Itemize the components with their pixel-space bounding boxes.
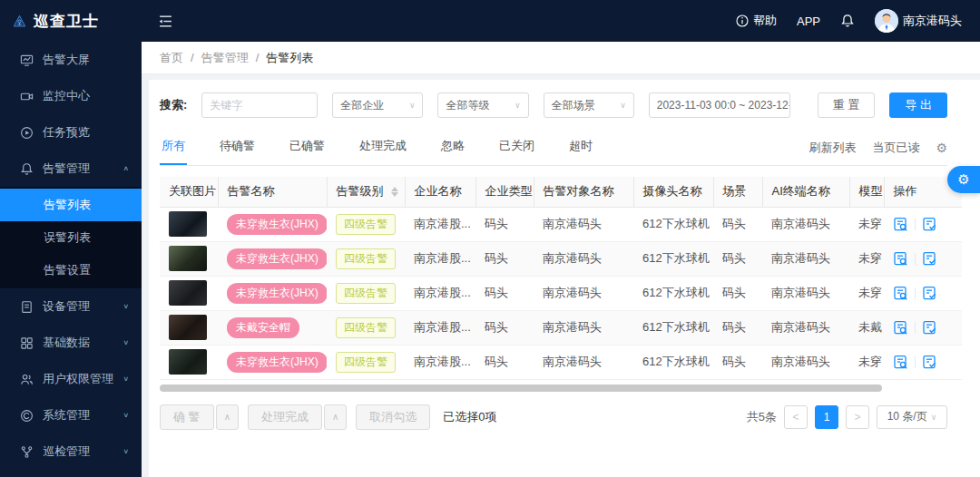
level-select[interactable]: 全部等级 ∨	[437, 92, 528, 118]
scene-select[interactable]: 全部场景 ∨	[544, 92, 634, 118]
alarm-thumbnail[interactable]	[169, 349, 207, 375]
mark-page-read-link[interactable]: 当页已读	[872, 140, 919, 156]
company-select[interactable]: 全部企业 ∨	[332, 92, 423, 118]
breadcrumb-alarm-management[interactable]: 告警管理	[201, 50, 249, 66]
table-row[interactable]: 未穿救生衣(JHX) 四级告警 南京港股... 码头 南京港码头 612下水球机…	[160, 276, 962, 310]
main-area: 帮助 APP	[142, 0, 980, 477]
gear-icon: ⚙	[957, 171, 969, 188]
date-range-picker[interactable]: 2023-11-03 00:0 ~ 2023-12-03 23:5	[649, 92, 790, 118]
tab-processed[interactable]: 处理完成	[358, 131, 408, 165]
sidebar-subitem-alarm-list[interactable]: 告警列表	[0, 189, 142, 221]
alarm-thumbnail[interactable]	[169, 315, 207, 340]
sidebar-subitem-false-alarm-list[interactable]: 误警列表	[0, 221, 142, 254]
alarm-name-badge: 未穿救生衣(JHX)	[227, 214, 327, 235]
help-label: 帮助	[753, 13, 777, 29]
alarm-thumbnail[interactable]	[169, 280, 207, 306]
page-number-current[interactable]: 1	[815, 405, 838, 429]
sidebar-item-user-permissions[interactable]: 用户权限管理 ∨	[0, 361, 142, 397]
prev-page-button[interactable]: <	[784, 405, 808, 429]
column-settings-gear-icon[interactable]: ⚙	[936, 141, 947, 155]
table-row[interactable]: 未穿救生衣(JHX) 四级告警 南京港股... 码头 南京港码头 612下水球机…	[160, 241, 962, 276]
refresh-list-link[interactable]: 刷新列表	[808, 140, 856, 156]
sidebar-item-monitor-center[interactable]: 监控中心	[0, 78, 142, 114]
col-header-alarm-level[interactable]: 告警级别	[327, 177, 405, 207]
sidebar-item-device-management[interactable]: 设备管理 ∨	[0, 288, 142, 325]
tab-timeout[interactable]: 超时	[567, 131, 594, 165]
alarm-name-badge: 未穿救生衣(JHX)	[227, 248, 327, 269]
page-size-select[interactable]: 10 条/页 ∨	[877, 405, 947, 429]
app-title: 巡查卫士	[34, 11, 99, 32]
process-alarm-icon[interactable]	[922, 355, 937, 370]
tab-closed[interactable]: 已关闭	[497, 131, 536, 165]
company-cell: 南京港股...	[405, 345, 475, 379]
sidebar-item-label: 基础数据	[43, 335, 113, 351]
horizontal-scrollbar[interactable]	[160, 385, 882, 392]
alarm-thumbnail[interactable]	[169, 211, 207, 237]
sidebar-item-label: 巡检管理	[43, 443, 113, 460]
camera-cell: 612下水球机	[633, 241, 713, 276]
process-alarm-icon[interactable]	[922, 251, 937, 267]
subitem-label: 告警设置	[44, 262, 91, 278]
sidebar-item-label: 告警管理	[43, 161, 113, 177]
reset-button[interactable]: 重 置	[818, 92, 876, 118]
view-detail-icon[interactable]	[893, 355, 908, 370]
process-done-button[interactable]: 处理完成	[248, 404, 322, 430]
breadcrumb-home[interactable]: 首页	[160, 50, 183, 66]
sidebar-item-label: 监控中心	[43, 88, 129, 104]
alarm-name-badge: 未穿救生衣(JHX)	[227, 352, 327, 373]
sort-icon[interactable]	[391, 187, 398, 197]
uncheck-button[interactable]: 取消勾选	[356, 404, 430, 430]
user-menu[interactable]: 南京港码头	[875, 9, 962, 33]
sidebar-item-alarm-management[interactable]: 告警管理 ∧	[0, 151, 142, 187]
next-page-button[interactable]: >	[846, 405, 869, 429]
app-logo: 巡查卫士	[0, 0, 142, 42]
confirm-alarm-dropdown[interactable]: ∧	[216, 404, 239, 430]
sidebar-item-basic-data[interactable]: 基础数据 ∨	[0, 325, 142, 361]
process-alarm-icon[interactable]	[922, 320, 937, 336]
company-select-value: 全部企业	[340, 98, 384, 113]
help-link[interactable]: 帮助	[736, 13, 777, 29]
col-header-target: 告警对象名称	[534, 177, 633, 207]
view-detail-icon[interactable]	[893, 251, 908, 267]
filter-row: 搜索: 全部企业 ∨ 全部等级 ∨ 全部场景 ∨ 2023-11-03 00:0…	[160, 92, 947, 118]
process-alarm-icon[interactable]	[922, 217, 937, 232]
col-header-alarm-name: 告警名称	[218, 177, 327, 207]
sidebar-item-patrol-management[interactable]: 巡检管理 ∨	[0, 433, 142, 470]
keyword-input[interactable]	[201, 92, 318, 118]
pagination: 共5条 < 1 > 10 条/页 ∨	[747, 405, 947, 429]
tab-ignored[interactable]: 忽略	[439, 131, 466, 165]
export-button[interactable]: 导 出	[889, 92, 947, 118]
sidebar-subitem-alarm-settings[interactable]: 告警设置	[0, 254, 142, 287]
confirm-alarm-button[interactable]: 确 警	[160, 404, 214, 430]
view-detail-icon[interactable]	[893, 217, 908, 232]
tab-pending-confirm[interactable]: 待确警	[218, 131, 257, 165]
model-cell: 未穿	[849, 345, 884, 379]
app-link[interactable]: APP	[797, 15, 820, 28]
table-row[interactable]: 未戴安全帽 四级告警 南京港股... 码头 南京港码头 612下水球机 码头 南…	[160, 310, 962, 345]
alarm-thumbnail[interactable]	[169, 246, 207, 271]
breadcrumb-separator: /	[191, 51, 194, 64]
theme-settings-button[interactable]: ⚙	[947, 166, 980, 193]
table-row[interactable]: 未穿救生衣(JHX) 四级告警 南京港股... 码头 南京港码头 612下水球机…	[160, 207, 962, 241]
process-done-dropdown[interactable]: ∧	[324, 404, 347, 430]
page-size-value: 10 条/页	[887, 409, 927, 424]
divider	[915, 253, 916, 265]
play-circle-icon	[20, 126, 34, 140]
menu-collapse-icon[interactable]	[158, 14, 173, 29]
table-row[interactable]: 未穿救生衣(JHX) 四级告警 南京港股... 码头 南京港码头 612下水球机…	[160, 345, 962, 379]
company-cell: 南京港股...	[405, 241, 475, 276]
tab-all[interactable]: 所有	[160, 131, 187, 165]
divider	[915, 322, 916, 334]
sidebar-item-system-management[interactable]: 系统管理 ∨	[0, 397, 142, 433]
target-cell: 南京港码头	[534, 207, 633, 241]
sidebar-item-alarm-bigscreen[interactable]: 告警大屏	[0, 42, 142, 78]
bell-icon	[840, 14, 855, 28]
tab-confirmed[interactable]: 已确警	[288, 131, 327, 165]
process-alarm-icon[interactable]	[922, 286, 937, 301]
terminal-cell: 南京港码头	[762, 207, 849, 241]
notification-bell[interactable]	[840, 14, 855, 28]
sidebar-item-task-preview[interactable]: 任务预览	[0, 114, 142, 151]
view-detail-icon[interactable]	[893, 320, 908, 336]
view-detail-icon[interactable]	[893, 286, 908, 301]
device-list-icon	[20, 300, 34, 314]
